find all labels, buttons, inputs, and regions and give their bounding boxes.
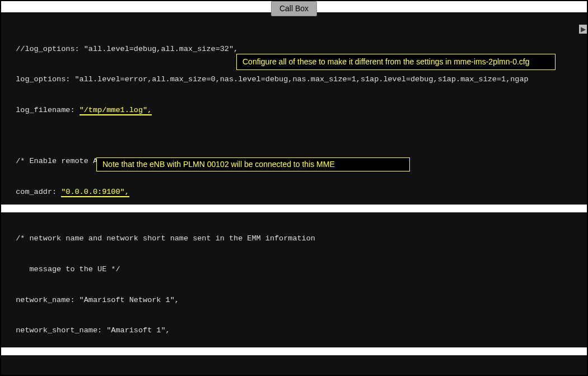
code-line: message to the UE */ xyxy=(7,264,581,275)
code-text: log_filename: xyxy=(7,106,80,114)
call-box-button[interactable]: Call Box xyxy=(271,1,317,16)
code-line: /* network name and network short name s… xyxy=(7,234,581,244)
separator-2 xyxy=(1,347,587,355)
highlight-log-filename: "/tmp/mme1.log", xyxy=(80,106,152,115)
code-line: //log_options: "all.level=debug,all.max_… xyxy=(7,44,581,54)
separator-1 xyxy=(1,205,587,212)
code-text: com_addr: xyxy=(7,188,61,196)
annotation-plmn-note: Note that the eNB with PLMN 00102 will b… xyxy=(96,157,410,171)
code-block-2: /* network name and network short name s… xyxy=(1,212,587,347)
code-line: network_short_name: "Amarisoft 1", xyxy=(7,326,581,336)
code-block-1: ▶ //log_options: "all.level=debug,all.ma… xyxy=(1,12,587,205)
highlight-com-addr: "0.0.0.0:9100", xyxy=(61,188,129,197)
code-line: network_name: "Amarisoft Network 1", xyxy=(7,295,581,305)
code-line: log_filename: "/tmp/mme1.log", xyxy=(7,105,581,115)
code-line: com_addr: "0.0.0.0:9100", xyxy=(7,187,581,197)
scroll-right-icon[interactable]: ▶ xyxy=(579,25,587,34)
annotation-configure-all: Configure all of these to make it differ… xyxy=(236,54,556,70)
code-line: log_options: "all.level=error,all.max_si… xyxy=(7,75,581,85)
code-block-3: /* Public Data Networks. The first one i… xyxy=(1,355,587,376)
